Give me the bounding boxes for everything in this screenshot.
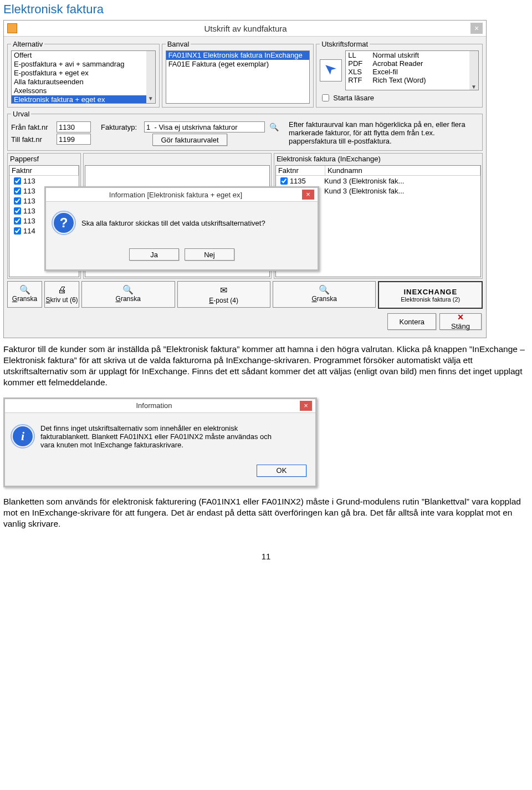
app-icon (7, 23, 17, 33)
ok-button[interactable]: OK (257, 465, 306, 477)
from-label: Från fakt.nr (11, 123, 52, 131)
paragraph-1: Fakturor till de kunder som är inställda… (0, 338, 532, 394)
row-checkbox[interactable] (280, 177, 288, 185)
row-checkbox[interactable] (14, 207, 21, 215)
magnify-icon: 🔍 (319, 286, 330, 294)
list-item[interactable]: Offert (12, 51, 155, 60)
window-title: Utskrift av kundfaktura (21, 24, 470, 33)
btn-label: -post (4) (213, 297, 238, 304)
checkbox-input[interactable] (322, 94, 329, 101)
gor-fakturaurvalet-button[interactable]: Gör fakturaurvalet (152, 134, 227, 146)
col1-header: Faktnr (9, 166, 79, 175)
row-checkbox[interactable] (14, 227, 21, 235)
printer-icon: 🖨 (58, 285, 66, 295)
banval-list[interactable]: FA01INX1 Elektronisk faktura InExchangeF… (166, 50, 310, 104)
paragraph-2: Blanketten som används för elektronisk f… (0, 491, 532, 535)
confirm-dialog: Information [Elektronisk faktura + eget … (44, 186, 319, 271)
ja-button[interactable]: Ja (129, 248, 179, 261)
list-item[interactable]: FA01INX1 Elektronisk faktura InExchange (166, 51, 310, 60)
col1-title: Pappersf (8, 154, 80, 164)
stang-label: Stäng (451, 322, 470, 330)
scrollbar[interactable] (146, 51, 155, 103)
row-checkbox[interactable] (14, 217, 21, 225)
utskriftsformat-legend: Utskriftsformat (320, 40, 370, 48)
list-item[interactable]: Axelssons (12, 86, 155, 95)
table-row[interactable]: 113 (9, 176, 79, 186)
btn-label: ranska (121, 295, 141, 303)
inex-label: INEXCHANGE (403, 288, 457, 296)
list-item[interactable]: RTFRich Text (Word) (346, 76, 478, 84)
from-faktnr-input[interactable] (57, 121, 91, 132)
format-list[interactable]: LLNormal utskriftPDFAcrobat ReaderXLSExc… (345, 50, 479, 90)
magnify-icon: 🔍 (122, 286, 134, 294)
print-icon (320, 59, 342, 81)
dialog2-title: Information (8, 401, 300, 410)
starta-lasare-checkbox[interactable]: Starta läsare (320, 93, 479, 103)
info-dialog: Information × i Det finns inget utskrift… (3, 397, 317, 487)
alternativ-legend: Alternativ (11, 40, 44, 48)
list-item[interactable]: Alla fakturautseenden (12, 78, 155, 86)
col3-h1: Faktnr (276, 166, 325, 175)
col2-title (84, 154, 271, 164)
banval-legend: Banval (166, 40, 191, 48)
close-icon[interactable]: × (300, 401, 312, 411)
page-title: Elektronisk faktura (0, 0, 532, 20)
col3-title: Elektronisk faktura (InExchange) (274, 154, 482, 164)
close-icon[interactable]: × (302, 190, 314, 200)
to-label: Till fakt.nr (11, 135, 52, 144)
fakturatyp-input[interactable] (144, 121, 265, 132)
list-item[interactable]: Elektronisk faktura + eget ex (12, 95, 155, 104)
inex-sub: Elektronisk faktura (2) (401, 296, 460, 303)
row-checkbox[interactable] (14, 187, 21, 195)
list-item[interactable]: E-postfaktura + eget ex (12, 69, 155, 78)
page-number: 11 (0, 535, 532, 567)
dialog-title: Information [Elektronisk faktura + eget … (49, 191, 302, 199)
btn-label: kriv ut (6) (50, 296, 78, 304)
granska-button-1[interactable]: 🔍Granska (7, 281, 42, 308)
row-checkbox[interactable] (14, 197, 21, 205)
banval-group: Banval FA01INX1 Elektronisk faktura InEx… (162, 40, 314, 108)
kontera-button[interactable]: Kontera (387, 313, 436, 330)
urval-legend: Urval (11, 110, 31, 118)
info-icon: i (13, 426, 33, 446)
btn-label: ranska (17, 295, 37, 303)
list-item[interactable]: FA01E Faktura (eget exemplar) (166, 60, 310, 69)
alternativ-list[interactable]: OffertE-postfaktura + avi + sammandragE-… (11, 50, 156, 104)
list-item[interactable]: LLNormal utskrift (346, 51, 478, 59)
table-row[interactable]: 1135Kund 3 (Elektronisk fak... (276, 176, 480, 186)
scrollbar[interactable] (469, 51, 478, 90)
close-icon[interactable]: × (470, 23, 483, 34)
window-titlebar: Utskrift av kundfaktura × (4, 21, 486, 37)
list-item[interactable]: PDFAcrobat Reader (346, 59, 478, 68)
granska-button-3[interactable]: 🔍Granska (273, 281, 376, 308)
urval-group: Urval Från fakt.nr Till fakt.nr Fakturat… (7, 110, 483, 151)
dialog2-message: Det finns inget utskriftsalternativ som … (40, 424, 273, 449)
btn-label: ranska (317, 295, 337, 303)
question-icon: ? (54, 213, 74, 233)
nej-button[interactable]: Nej (185, 248, 234, 261)
alternativ-group: Alternativ OffertE-postfaktura + avi + s… (7, 40, 160, 108)
fakturatyp-label: Fakturatyp: (101, 123, 140, 131)
email-icon: ✉ (220, 285, 227, 295)
list-item[interactable]: XLSExcel-fil (346, 68, 478, 76)
col3-h2: Kundnamn (325, 166, 480, 175)
checkbox-label: Starta läsare (333, 94, 374, 102)
urval-help: Efter fakturaurval kan man högerklicka p… (289, 120, 479, 145)
granska-button-2[interactable]: 🔍Granska (81, 281, 175, 308)
main-window: Utskrift av kundfaktura × Alternativ Off… (3, 20, 487, 338)
list-item[interactable]: E-postfaktura + avi + sammandrag (12, 60, 155, 69)
magnify-icon: 🔍 (19, 286, 30, 294)
stang-button[interactable]: ×Stäng (439, 313, 482, 330)
inexchange-button[interactable]: INEXCHANGEElektronisk faktura (2) (378, 281, 483, 309)
row-checkbox[interactable] (14, 177, 21, 185)
dialog-message: Ska alla fakturor skickas till det valda… (81, 219, 265, 227)
epost-button[interactable]: ✉E-post (4) (177, 281, 270, 308)
skrivut-button[interactable]: 🖨Skriv ut (6) (44, 281, 79, 308)
to-faktnr-input[interactable] (57, 134, 91, 145)
utskriftsformat-group: Utskriftsformat LLNormal utskriftPDFAcro… (316, 40, 483, 108)
close-icon: × (458, 312, 464, 323)
search-icon[interactable]: 🔍 (269, 123, 279, 131)
